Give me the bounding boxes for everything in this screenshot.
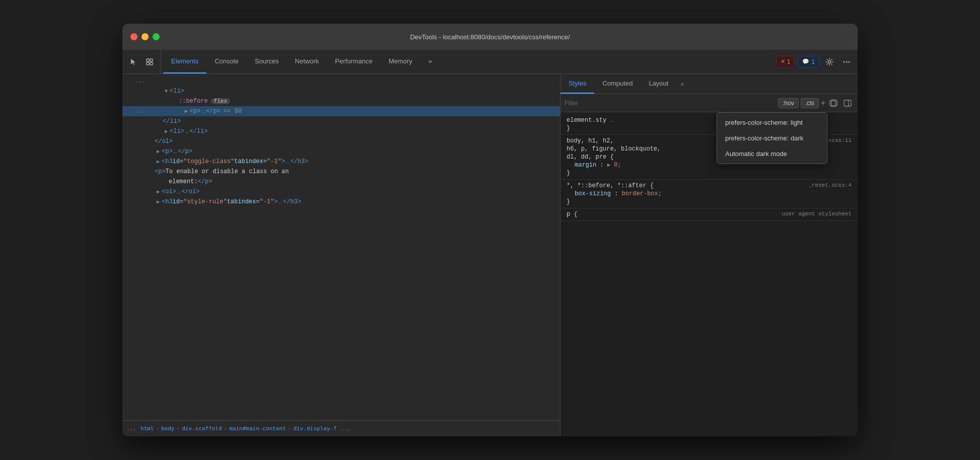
close-button[interactable]	[130, 33, 137, 40]
svg-point-7	[849, 61, 850, 62]
info-badge-button[interactable]: 💬 1	[798, 56, 819, 68]
settings-icon[interactable]	[822, 55, 836, 69]
expand-ol-arrow[interactable]: ▶	[155, 188, 162, 195]
expand-h3-style-arrow[interactable]: ▶	[155, 198, 162, 205]
style-block-universal: *, *::before, *::after { _reset.scss:4 b…	[561, 180, 858, 208]
right-tab-more[interactable]: »	[676, 74, 688, 94]
minimize-button[interactable]	[142, 33, 149, 40]
svg-rect-8	[830, 101, 837, 106]
filter-bar: :hov .cls + prefers-colo	[561, 94, 858, 112]
cursor-icon[interactable]	[126, 55, 141, 69]
dropdown-item-dark[interactable]: prefers-color-scheme: dark	[717, 130, 827, 146]
main-content: ... ▼ <li> ::before flex ...	[122, 74, 858, 436]
dropdown-item-auto-dark[interactable]: Automatic dark mode	[717, 146, 827, 162]
breadcrumb-div-scaffold[interactable]: div.scaffold	[182, 425, 222, 432]
breadcrumb-html[interactable]: html	[141, 425, 154, 432]
svg-point-4	[828, 60, 831, 63]
style-block-p-user-agent: p { user agent stylesheet	[561, 208, 858, 221]
right-panel: Styles Computed Layout » :hov .cls +	[561, 74, 858, 436]
cls-dropdown: prefers-color-scheme: light prefers-colo…	[717, 112, 827, 164]
tab-sources[interactable]: Sources	[247, 50, 287, 73]
tab-performance[interactable]: Performance	[327, 50, 380, 73]
dom-h3-toggle[interactable]: ▶ <h3 id="toggle-class" tabindex="-1" > …	[122, 157, 560, 167]
dom-panel: ... ▼ <li> ::before flex ...	[122, 74, 561, 436]
tab-console[interactable]: Console	[206, 50, 247, 73]
error-badge-button[interactable]: ✕ 1	[776, 56, 795, 68]
traffic-lights	[130, 33, 160, 40]
tab-bar-actions: ✕ 1 💬 1	[772, 50, 858, 73]
dom-p-text[interactable]: <p> To enable or disable a class on an	[122, 167, 560, 177]
dom-li-close[interactable]: </li>	[122, 116, 560, 126]
inspect-icon[interactable]	[143, 55, 157, 69]
tab-memory[interactable]: Memory	[381, 50, 421, 73]
expand-p-arrow[interactable]: ▶	[183, 108, 190, 115]
overflow-menu-icon[interactable]	[839, 55, 854, 69]
toolbar-icons	[126, 50, 161, 73]
breadcrumb-div-display[interactable]: div.display-f	[293, 425, 336, 432]
breadcrumb-bar: ... html › body › div.scaffold › main#ma…	[122, 420, 560, 436]
dom-p-collapsed[interactable]: ▶ <p> … </p>	[122, 146, 560, 157]
expand-li-arrow[interactable]: ▼	[163, 88, 170, 95]
svg-rect-1	[150, 59, 153, 61]
svg-point-6	[846, 61, 848, 62]
dom-p-text-cont: element: </p>	[122, 177, 560, 187]
tab-layout[interactable]: Layout	[641, 74, 676, 94]
dom-p-selected[interactable]: ... ▶ <p> … </p> == $0	[122, 106, 560, 116]
title-bar: DevTools - localhost:8080/docs/devtools/…	[122, 24, 858, 50]
expand-li2-arrow[interactable]: ▶	[163, 128, 170, 135]
expand-h3-arrow[interactable]: ▶	[155, 158, 162, 165]
breadcrumb-body[interactable]: body	[161, 425, 175, 432]
window-title: DevTools - localhost:8080/docs/devtools/…	[410, 33, 570, 41]
dom-tree[interactable]: ... ▼ <li> ::before flex ...	[122, 74, 560, 420]
dom-li-open[interactable]: ▼ <li>	[122, 86, 560, 96]
breadcrumb-dots: ...	[126, 425, 136, 432]
tab-styles[interactable]: Styles	[561, 74, 594, 94]
layout-sidebar-icon[interactable]	[842, 97, 854, 109]
svg-rect-0	[147, 59, 149, 61]
hov-button[interactable]: :hov	[778, 98, 799, 108]
main-tab-bar: Elements Console Sources Network Perform…	[122, 50, 858, 74]
cls-button[interactable]: .cls	[801, 98, 819, 108]
chat-icon: 💬	[802, 58, 809, 65]
svg-point-5	[844, 61, 845, 62]
dom-h3-style-rule[interactable]: ▶ <h3 id="style-rule" tabindex="-1" > … …	[122, 197, 560, 207]
dom-ol-close[interactable]: </ol>	[122, 136, 560, 146]
tab-network[interactable]: Network	[287, 50, 327, 73]
dom-li-collapsed[interactable]: ▶ <li> … </li>	[122, 126, 560, 136]
maximize-button[interactable]	[153, 33, 160, 40]
emulation-icon[interactable]	[827, 97, 839, 109]
add-style-icon[interactable]: +	[821, 99, 825, 108]
dom-ol-collapsed[interactable]: ▶ <ol> … </ol>	[122, 187, 560, 197]
tab-more[interactable]: »	[421, 50, 440, 73]
tab-elements[interactable]: Elements	[163, 50, 206, 73]
dropdown-item-light[interactable]: prefers-color-scheme: light	[717, 115, 827, 130]
svg-rect-3	[150, 62, 153, 65]
svg-rect-10	[844, 100, 851, 106]
breadcrumb-main[interactable]: main#main-content	[229, 425, 286, 432]
main-tabs: Elements Console Sources Network Perform…	[163, 50, 772, 73]
expand-p2-arrow[interactable]: ▶	[155, 148, 162, 155]
filter-input[interactable]	[565, 100, 776, 107]
dom-dots-top[interactable]: ...	[122, 76, 560, 86]
dom-before-pseudo[interactable]: ::before flex	[122, 96, 560, 106]
error-x-icon: ✕	[781, 58, 785, 65]
breadcrumb-ellipsis[interactable]: ...	[341, 425, 351, 432]
devtools-window: DevTools - localhost:8080/docs/devtools/…	[122, 24, 858, 436]
right-tab-bar: Styles Computed Layout »	[561, 74, 858, 94]
svg-rect-2	[147, 62, 149, 65]
tab-computed[interactable]: Computed	[594, 74, 641, 94]
